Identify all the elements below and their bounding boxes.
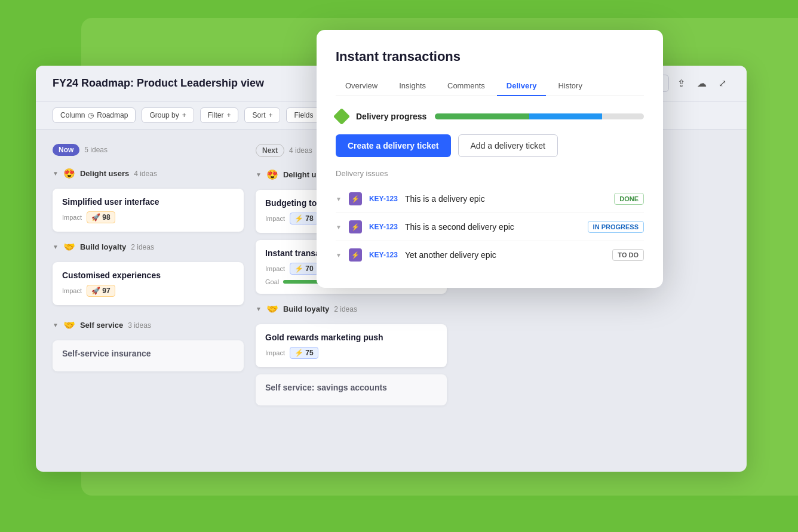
group-delight-emoji: 😍: [63, 168, 75, 179]
progress-bar-green: [435, 113, 529, 119]
filter-plus-icon: +: [226, 111, 231, 119]
tab-overview[interactable]: Overview: [336, 76, 387, 96]
issue-1-key[interactable]: KEY-123: [369, 195, 398, 203]
progress-bar-blue: [529, 113, 602, 119]
delivery-diamond-icon: [333, 108, 350, 125]
group-loyalty-label: Build loyalty: [80, 242, 126, 251]
delivery-issue-3: ▼ ⚡ KEY-123 Yet another delivery epic TO…: [336, 241, 644, 269]
column-now-badge: Now: [53, 144, 79, 156]
group-delight-count: 4 ideas: [134, 170, 157, 178]
tab-comments[interactable]: Comments: [438, 76, 495, 96]
issue-2-key[interactable]: KEY-123: [369, 223, 398, 231]
issue-3-icon: ⚡: [349, 248, 362, 262]
modal-title: Instant transactions: [336, 49, 644, 64]
card-simplified-ui-meta: Impact 🚀 98: [62, 211, 234, 223]
issue-3-key[interactable]: KEY-123: [369, 251, 398, 259]
group-self-service: ▼ 🤝 Self service 3 ideas: [53, 317, 244, 333]
instant-score: ⚡ 70: [290, 263, 318, 275]
card-customised-exp-meta: Impact 🚀 97: [62, 285, 234, 297]
card-gold-rewards-title: Gold rewards marketing push: [265, 333, 437, 342]
column-now: Now 5 ideas ▼ 😍 Delight users 4 ideas Si…: [53, 142, 244, 452]
card-simplified-ui-title: Simplified user interface: [62, 197, 234, 207]
column-now-count: 5 ideas: [84, 146, 108, 154]
delivery-issues-label: Delivery issues: [336, 169, 644, 178]
card-self-service-savings-title: Self service: savings accounts: [265, 383, 437, 392]
delivery-issue-1: ▼ ⚡ KEY-123 This is a delivery epic DONE: [336, 185, 644, 213]
issue-2-chevron[interactable]: ▼: [336, 224, 342, 230]
budgeting-score: ⚡ 78: [290, 213, 318, 225]
sort-plus-icon: +: [268, 111, 272, 119]
delivery-progress-label: Delivery progress: [356, 112, 426, 121]
card-customised-exp-title: Customised experiences: [62, 270, 234, 280]
group-by-plus-icon: +: [182, 111, 186, 119]
column-value: Roadmap: [97, 111, 128, 119]
delivery-action-buttons: Create a delivery ticket Add a delivery …: [336, 134, 644, 157]
issue-2-title: This is a second delivery epic: [405, 222, 581, 232]
filter-button[interactable]: Filter +: [200, 107, 239, 123]
issue-2-icon: ⚡: [349, 220, 362, 233]
add-delivery-ticket-button[interactable]: Add a delivery ticket: [458, 134, 558, 157]
group-loyalty-count: 2 ideas: [131, 243, 154, 251]
impact-label-5: Impact: [265, 349, 285, 356]
sort-button[interactable]: Sort +: [244, 107, 280, 123]
card-gold-rewards-meta: Impact ⚡ 75: [265, 347, 437, 359]
tab-delivery[interactable]: Delivery: [497, 76, 547, 96]
column-next-badge: Next: [256, 144, 284, 157]
simplified-ui-score: 🚀 98: [87, 211, 115, 223]
impact-label: Impact: [62, 214, 82, 221]
issue-3-chevron[interactable]: ▼: [336, 252, 342, 259]
column-now-header: Now 5 ideas: [53, 142, 244, 158]
impact-label-4: Impact: [265, 265, 285, 272]
group-delight-chevron[interactable]: ▼: [53, 170, 59, 177]
group-loyalty-emoji: 🤝: [63, 241, 75, 253]
tab-insights[interactable]: Insights: [389, 76, 435, 96]
column-label: Column: [60, 111, 85, 119]
group-loyalty-next-label: Build loyalty: [283, 305, 329, 313]
group-delight-next-chevron[interactable]: ▼: [256, 171, 262, 178]
impact-label-3: Impact: [265, 215, 285, 222]
issue-1-chevron[interactable]: ▼: [336, 196, 342, 202]
group-delight-next-emoji: 😍: [266, 169, 278, 180]
card-self-service-insurance-title: Self-service insurance: [62, 349, 234, 358]
delivery-issue-2: ▼ ⚡ KEY-123 This is a second delivery ep…: [336, 213, 644, 241]
card-gold-rewards[interactable]: Gold rewards marketing push Impact ⚡ 75: [256, 324, 447, 367]
card-self-service-insurance[interactable]: Self-service insurance: [53, 340, 244, 371]
group-build-loyalty-next: ▼ 🤝 Build loyalty 2 ideas: [256, 301, 447, 317]
delivery-progress-bar: [435, 113, 644, 119]
group-self-service-count: 3 ideas: [128, 321, 151, 330]
tab-history[interactable]: History: [548, 76, 591, 96]
card-self-service-savings[interactable]: Self service: savings accounts: [256, 374, 447, 405]
group-loyalty-next-chevron[interactable]: ▼: [256, 306, 262, 312]
instant-transactions-modal: Instant transactions Overview Insights C…: [317, 30, 663, 288]
expand-icon[interactable]: ⤢: [715, 74, 730, 93]
card-customised-exp[interactable]: Customised experiences Impact 🚀 97: [53, 262, 244, 305]
customised-exp-score: 🚀 97: [87, 285, 115, 297]
column-circle-icon: ◷: [88, 111, 94, 119]
group-by-button[interactable]: Group by +: [142, 107, 194, 123]
group-delight-users: ▼ 😍 Delight users 4 ideas: [53, 165, 244, 182]
group-self-service-label: Self service: [80, 321, 123, 330]
issue-3-title: Yet another delivery epic: [405, 250, 605, 260]
group-loyalty-chevron[interactable]: ▼: [53, 244, 59, 250]
issue-3-status: TO DO: [612, 249, 644, 261]
group-self-service-chevron[interactable]: ▼: [53, 322, 59, 328]
card-simplified-ui[interactable]: Simplified user interface Impact 🚀 98: [53, 189, 244, 232]
share-icon[interactable]: ⇪: [674, 74, 689, 93]
delivery-progress-row: Delivery progress: [336, 110, 644, 122]
gold-rewards-score: ⚡ 75: [290, 347, 318, 359]
column-button[interactable]: Column ◷ Roadmap: [53, 107, 136, 123]
group-build-loyalty: ▼ 🤝 Build loyalty 2 ideas: [53, 239, 244, 255]
cloud-upload-icon[interactable]: ☁: [693, 74, 710, 93]
group-loyalty-next-emoji: 🤝: [266, 303, 278, 315]
impact-label-2: Impact: [62, 287, 82, 294]
issue-1-icon: ⚡: [349, 192, 362, 205]
group-loyalty-next-count: 2 ideas: [334, 305, 357, 313]
create-delivery-ticket-button[interactable]: Create a delivery ticket: [336, 134, 451, 157]
group-self-service-emoji: 🤝: [63, 319, 75, 331]
group-delight-label: Delight users: [80, 169, 129, 178]
fields-label: Fields: [294, 111, 313, 119]
issue-1-status: DONE: [614, 193, 644, 205]
group-by-label: Group by: [149, 111, 179, 119]
issue-1-title: This is a delivery epic: [405, 194, 607, 204]
column-next-count: 4 ideas: [289, 146, 312, 155]
